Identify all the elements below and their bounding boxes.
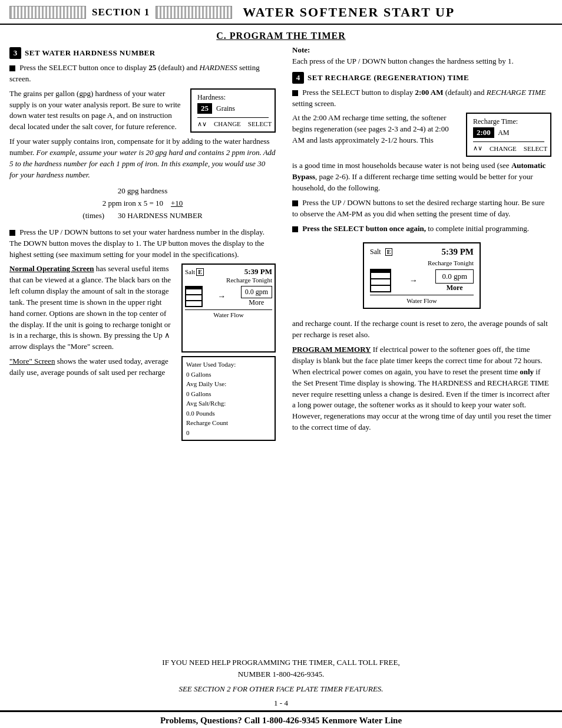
math-gpg: 20 gpg hardness	[9, 185, 276, 197]
more-line3: Avg Daily Use:	[186, 379, 271, 389]
note-body: Each press of the UP / DOWN button chang…	[292, 57, 514, 65]
more-layout: "More" Screen shows the water used today…	[9, 356, 276, 441]
nos-top-row: Salt E 5:39 PM	[185, 267, 272, 276]
nos-water-flow: Water Flow	[185, 309, 272, 318]
header-pattern-left	[9, 6, 86, 19]
program-mem-para: PROGRAM MEMORY If electrical power to th…	[292, 344, 551, 433]
set-recharge-para: Press the UP / DOWN buttons to set the d…	[292, 197, 551, 220]
hardness-value-row: 25 Grains	[197, 103, 269, 114]
hardness-display-box: Hardness: 25 Grains ∧∨ CHANGE SELECT	[190, 88, 276, 133]
math-block: 20 gpg hardness 2 ppm iron x 5 = 10 +10 …	[9, 185, 276, 222]
page-header: SECTION 1 WATER SOFTENER START UP	[0, 0, 562, 25]
recharge-select-btn[interactable]: SELECT	[524, 145, 547, 152]
nos-recharge: Recharge Tonight	[185, 276, 272, 284]
nos-arrow: →	[217, 292, 226, 301]
more-text: "More" Screen shows the water used today…	[9, 356, 177, 441]
bullet3-icon	[292, 90, 298, 96]
big-salt-bars	[370, 269, 391, 292]
press-select-para: Press the SELECT button once again, to c…	[292, 223, 551, 235]
hardness-layout: The grains per gallon (gpg) hardness of …	[9, 88, 276, 133]
footer-help-line2: NUMBER 1-800-426-9345.	[9, 668, 553, 680]
math-plus10: +10	[171, 197, 183, 210]
big-center-section: →	[409, 276, 418, 285]
big-screen-middle: → 0.0 gpm More	[370, 269, 474, 292]
hardness-buttons: ∧∨ CHANGE SELECT	[197, 117, 269, 128]
section3-title: SET WATER HARDNESS NUMBER	[25, 48, 156, 58]
header-pattern-right	[156, 6, 232, 19]
recharge-unit: AM	[498, 129, 509, 137]
nos-time: 5:39 PM	[244, 267, 272, 276]
more-line8: 0	[186, 428, 271, 438]
nos-right-section: →	[217, 292, 226, 301]
recharge-buttons: ∧∨ CHANGE SELECT	[473, 141, 544, 152]
big-screen-time: 5:39 PM	[441, 247, 474, 257]
section4-num: 4	[292, 72, 304, 84]
more-line5: Avg Salt/Rchg:	[186, 398, 271, 409]
program-memory: PROGRAM MEMORY If electrical power to th…	[292, 344, 551, 433]
recharge-layout: At the 2:00 AM recharge time setting, th…	[292, 113, 551, 157]
left-column: 3 SET WATER HARDNESS NUMBER Press the SE…	[9, 45, 286, 652]
press-select-bold: Press the SELECT button once again,	[302, 224, 426, 233]
hardness-box-title: Hardness:	[197, 93, 269, 102]
big-salt-bar-3	[371, 286, 390, 291]
hardness-av-btn[interactable]: ∧∨	[197, 120, 207, 128]
math-result: 30 HARDNESS NUMBER	[118, 211, 203, 220]
hardness-select-btn[interactable]: SELECT	[248, 120, 272, 127]
nos-heading: Normal Operating Screen	[9, 264, 94, 273]
bottom-bar: Problems, Questions? Call 1-800-426-9345…	[0, 710, 562, 728]
nos-screen: Salt E 5:39 PM Recharge Tonight	[181, 263, 276, 353]
program-mem-bold: only	[520, 367, 534, 376]
big-salt-label: Salt	[370, 248, 381, 256]
bullet5-icon	[292, 226, 298, 232]
hardness-box-wrapper: Hardness: 25 Grains ∧∨ CHANGE SELECT	[190, 88, 276, 133]
big-screen-recharge: Recharge Tonight	[370, 259, 474, 266]
set-para: Press the UP / DOWN buttons to set your …	[9, 227, 276, 261]
section3-para1-text: Press the SELECT button once to display …	[9, 63, 260, 83]
note-text: Note: Each press of the UP / DOWN button…	[292, 45, 551, 67]
page: SECTION 1 WATER SOFTENER START UP C. PRO…	[0, 0, 562, 728]
math-iron-row: 2 ppm iron x 5 = 10 +10	[9, 197, 276, 210]
footer-help-line1: IF YOU NEED HELP PROGRAMMING THE TIMER, …	[9, 657, 553, 668]
section-label: SECTION 1	[92, 6, 150, 18]
math-iron: 2 ppm iron x 5 = 10	[103, 199, 163, 207]
iron-italic: For example, assume your water is 20 gpg…	[9, 148, 276, 179]
nos-layout: Normal Operating Screen has several usef…	[9, 263, 276, 353]
main-content: 3 SET WATER HARDNESS NUMBER Press the SE…	[0, 45, 562, 652]
nos-e-indicator: E	[196, 268, 204, 276]
section4-para1: Press the SELECT button to display 2:00 …	[292, 87, 551, 110]
big-screen-water-flow: Water Flow	[370, 295, 474, 304]
hardness-change-btn[interactable]: CHANGE	[214, 120, 241, 127]
nos-salt-label: Salt	[185, 268, 195, 275]
recharge-value-row: 2:00 AM	[473, 127, 544, 138]
nos-salt-e: Salt E	[185, 268, 204, 276]
bullet2-icon	[9, 230, 15, 236]
iron-para: If your water supply contains iron, comp…	[9, 136, 276, 180]
recharge-display-box: Recharge Time: 2:00 AM ∧∨ CHANGE SELECT	[466, 113, 551, 157]
hardness-value: 25	[197, 103, 212, 114]
big-gpm-box: 0.0 gpm	[435, 269, 474, 284]
press-select-end: to complete initial programming.	[428, 224, 529, 233]
recharge-count-text: and recharge count. If the recharge coun…	[292, 318, 551, 341]
recharge-av-btn[interactable]: ∧∨	[473, 144, 482, 152]
salt-bar-3	[186, 301, 201, 306]
more-screen: Water Used Today: 0 Gallons Avg Daily Us…	[181, 356, 276, 441]
more-heading: "More" Screen	[9, 357, 55, 365]
program-mem-text2: if the Set Present Time display is showi…	[292, 367, 551, 431]
math-times: (times)	[82, 211, 104, 220]
right-column: Note: Each press of the UP / DOWN button…	[286, 45, 551, 652]
recharge-change-btn[interactable]: CHANGE	[490, 145, 517, 152]
section4-header: 4 SET RECHARGE (REGENERATION) TIME	[292, 72, 551, 84]
big-salt-bar-1	[371, 273, 390, 278]
nos-more-label: More	[249, 298, 264, 307]
set-recharge-text: Press the UP / DOWN buttons to set the d…	[292, 198, 544, 218]
big-arrow: →	[409, 276, 418, 285]
nos-screen-middle: → 0.0 gpm More	[185, 286, 272, 307]
section4-para1-text: Press the SELECT button to display 2:00 …	[292, 88, 546, 108]
recharge-desc-full: is a good time in most households becaus…	[292, 160, 551, 194]
recharge-text: At the 2:00 AM recharge time setting, th…	[292, 113, 460, 157]
recharge-box-title: Recharge Time:	[473, 117, 544, 126]
more-line6: 0.0 Pounds	[186, 409, 271, 419]
footer-see-section: SEE SECTION 2 FOR OTHER FACE PLATE TIMER…	[0, 684, 562, 694]
recharge-box-wrapper: Recharge Time: 2:00 AM ∧∨ CHANGE SELECT	[466, 113, 551, 157]
more-line4: 0 Gallons	[186, 389, 271, 399]
